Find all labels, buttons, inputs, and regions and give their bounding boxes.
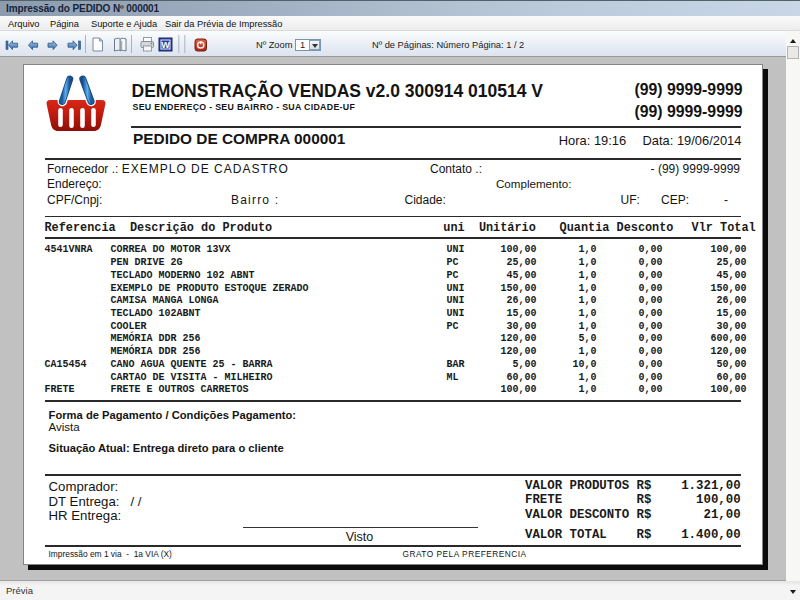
svg-text:W: W: [161, 40, 170, 50]
